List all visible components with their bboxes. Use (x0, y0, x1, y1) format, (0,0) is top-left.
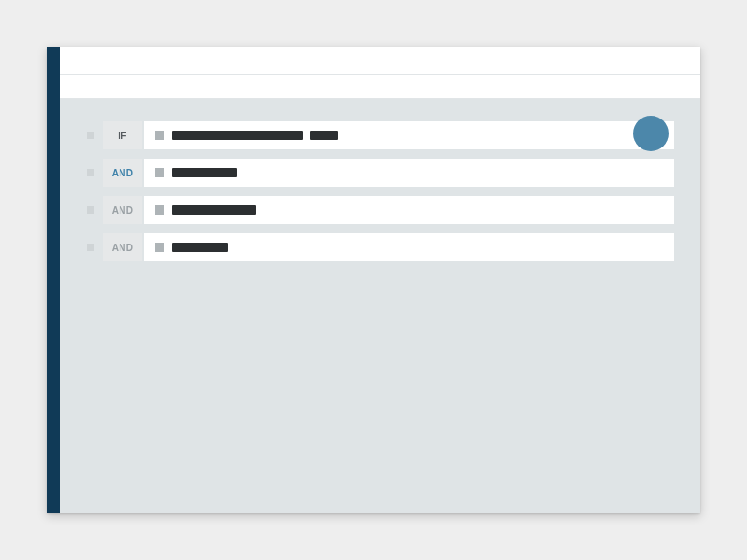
operator-label: AND (112, 205, 134, 216)
content-area: IF AND (60, 99, 700, 513)
rule-row[interactable]: AND (86, 159, 674, 187)
operator-box[interactable]: IF (103, 121, 142, 149)
condition-text-placeholder (172, 205, 256, 215)
sidebar-strip (47, 47, 60, 513)
operator-box[interactable]: AND (103, 196, 142, 224)
drag-handle[interactable] (86, 196, 95, 224)
condition-text-placeholder (172, 243, 228, 252)
add-rule-button[interactable] (633, 116, 669, 151)
condition-text-placeholder (172, 168, 237, 177)
header-row-1 (60, 47, 700, 75)
operator-label: IF (118, 131, 127, 141)
condition-field[interactable] (144, 159, 674, 187)
drag-handle[interactable] (86, 159, 95, 187)
operator-label: AND (112, 243, 134, 253)
condition-text-placeholder (172, 131, 303, 140)
condition-handle[interactable] (155, 131, 164, 140)
tool-card: IF AND (47, 47, 700, 513)
main-panel: IF AND (60, 47, 700, 513)
condition-field[interactable] (144, 196, 674, 224)
drag-handle[interactable] (86, 121, 95, 149)
condition-handle[interactable] (155, 243, 164, 252)
rule-row[interactable]: AND (86, 233, 674, 261)
operator-label: AND (112, 168, 134, 178)
condition-handle[interactable] (155, 168, 164, 177)
condition-text-placeholder (310, 131, 338, 140)
operator-box[interactable]: AND (103, 159, 142, 187)
condition-handle[interactable] (155, 205, 164, 215)
rule-row[interactable]: IF (86, 121, 674, 149)
header-row-2 (60, 75, 700, 99)
condition-field[interactable] (144, 121, 674, 149)
operator-box[interactable]: AND (103, 233, 142, 261)
drag-handle[interactable] (86, 233, 95, 261)
condition-field[interactable] (144, 233, 674, 261)
rule-row[interactable]: AND (86, 196, 674, 224)
